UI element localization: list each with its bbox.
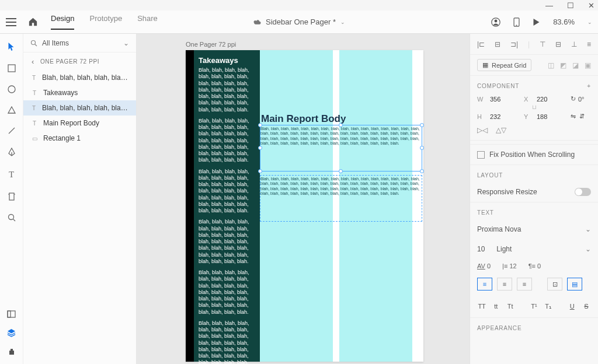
artboard-tool[interactable] (8, 192, 16, 201)
lock-aspect-icon[interactable]: ⊔ (470, 104, 598, 110)
layers-filter[interactable]: All Items ⌄ (23, 34, 136, 52)
document-title[interactable]: Sidebar One Pager * ⌄ (253, 18, 345, 26)
layer-item[interactable]: TMain Report Body (23, 116, 136, 131)
device-preview-icon[interactable] (513, 18, 520, 27)
resize-handle[interactable] (420, 146, 424, 150)
menu-icon[interactable] (6, 18, 16, 26)
zoom-level[interactable]: 83.6% (553, 18, 575, 26)
bool-exclude-icon[interactable]: ▣ (585, 61, 591, 69)
flip-vertical-icon[interactable]: △▽ (496, 126, 506, 134)
sidebar-paragraph[interactable]: Blah, blah, blah, blah, blah, blah, blah… (199, 169, 255, 215)
sidebar-paragraph[interactable]: Blah, blah, blah, blah, blah, blah, blah… (199, 320, 255, 364)
bool-subtract-icon[interactable]: ◩ (560, 61, 566, 69)
lowercase-button[interactable]: tt (491, 300, 500, 313)
add-component-icon[interactable]: + (587, 83, 591, 89)
text-align-center[interactable]: ≡ (497, 278, 512, 290)
align-right-icon[interactable]: ⊐| (510, 40, 518, 48)
line-height-input[interactable]: 12 (509, 262, 516, 270)
rectangle-tool[interactable] (8, 64, 16, 72)
titlecase-button[interactable]: Tt (505, 300, 514, 313)
height-input[interactable]: 232 (490, 113, 519, 120)
align-middle-icon[interactable]: ⊟ (555, 40, 561, 48)
sidebar-paragraph[interactable]: Blah, blah, blah, blah, blah, blah, blah… (199, 270, 255, 316)
tab-prototype[interactable]: Prototype (89, 14, 122, 30)
flip-h-icon[interactable]: ⇋ (571, 113, 576, 120)
sidebar-paragraph[interactable]: Blah, blah, blah, blah, blah, blah, blah… (199, 219, 255, 265)
pen-tool[interactable] (8, 148, 16, 157)
uppercase-button[interactable]: TT (477, 300, 486, 313)
tab-share[interactable]: Share (137, 14, 158, 30)
layers-icon[interactable] (7, 328, 16, 337)
layer-item[interactable]: TBlah, blah, blah, blah, blah, blah,… (23, 100, 136, 116)
selection-box[interactable]: Blah, blah, blah, blah, blah, blah, blah… (260, 125, 422, 172)
home-icon[interactable] (28, 18, 38, 26)
resize-handle[interactable] (258, 123, 262, 127)
font-family-select[interactable]: Proxima Nova⌄ (470, 219, 598, 239)
x-input[interactable]: 220 (537, 96, 566, 103)
align-top-icon[interactable]: ⊤ (540, 40, 545, 48)
layer-item[interactable]: TBlah, blah, blah, blah, blah, blah,… (23, 70, 136, 85)
takeaways-heading[interactable]: Takeaways (199, 56, 255, 65)
font-size-input[interactable]: 10 (477, 245, 485, 253)
responsive-toggle[interactable] (575, 188, 591, 196)
sidebar-paragraph[interactable]: Blah, blah, blah, blah, blah, blah, blah… (199, 67, 255, 113)
align-center-h-icon[interactable]: ⊟ (495, 40, 500, 48)
checkbox-icon[interactable] (477, 151, 485, 159)
distribute-icon[interactable]: ≡ (587, 40, 591, 48)
fix-position-row[interactable]: Fix Position When Scrolling (470, 145, 598, 165)
resize-handle[interactable] (420, 123, 424, 127)
layer-item[interactable]: TTakeaways (23, 85, 136, 100)
align-left-icon[interactable]: |⊏ (477, 40, 485, 48)
zoom-tool[interactable] (8, 214, 16, 222)
text-block[interactable]: Blah, blah, blah, blah, blah, blah, blah… (260, 176, 422, 197)
text-align-right[interactable]: ≡ (517, 278, 532, 290)
account-icon[interactable] (491, 18, 500, 27)
underline-button[interactable]: U (568, 300, 577, 313)
para-spacing-input[interactable]: 0 (537, 262, 541, 270)
text-tool[interactable]: T (9, 170, 14, 180)
repeat-grid-button[interactable]: ▦ Repeat Grid (477, 59, 531, 71)
rotation-input[interactable]: 0° (578, 96, 585, 103)
window-close[interactable]: ✕ (588, 1, 594, 10)
width-input[interactable]: 356 (490, 96, 519, 103)
window-maximize[interactable]: ☐ (567, 1, 574, 10)
canvas[interactable]: One Pager 72 ppi Takeaways Blah, blah, b… (137, 34, 470, 364)
layer-item[interactable]: ▭Rectangle 1 (23, 131, 136, 146)
flip-horizontal-icon[interactable]: ▷◁ (477, 126, 488, 134)
artboard-label[interactable]: One Pager 72 ppi (186, 41, 236, 48)
window-minimize[interactable]: — (545, 1, 553, 10)
text-point-mode[interactable]: ⊡ (547, 278, 562, 290)
selected-text-block[interactable]: Blah, blah, blah, blah, blah, blah, blah… (260, 125, 422, 146)
resize-handle[interactable] (420, 169, 424, 173)
tab-design[interactable]: Design (51, 14, 74, 30)
chevron-down-icon[interactable]: ⌄ (587, 19, 592, 25)
flip-v-icon[interactable]: ⇵ (579, 113, 585, 120)
ellipse-tool[interactable] (8, 85, 16, 93)
y-input[interactable]: 188 (537, 113, 566, 120)
strikethrough-button[interactable]: S (582, 300, 591, 313)
resize-handle[interactable] (258, 169, 262, 173)
select-tool[interactable] (8, 42, 15, 51)
assets-icon[interactable] (7, 310, 16, 318)
resize-handle[interactable] (339, 169, 343, 173)
bool-intersect-icon[interactable]: ◪ (572, 61, 579, 69)
sidebar-paragraph[interactable]: Blah, blah, blah, blah, blah, blah, blah… (199, 118, 255, 164)
text-area-mode[interactable]: ▤ (567, 278, 582, 290)
text-align-left[interactable]: ≡ (477, 278, 492, 290)
rotate-icon[interactable]: ↻ (571, 95, 576, 103)
align-bottom-icon[interactable]: ⊥ (571, 40, 577, 48)
superscript-button[interactable]: T¹ (529, 300, 538, 313)
polygon-tool[interactable] (8, 106, 16, 114)
resize-handle[interactable] (258, 146, 262, 150)
font-weight-select[interactable]: Light (496, 245, 585, 253)
selection-box-secondary[interactable]: Blah, blah, blah, blah, blah, blah, blah… (260, 175, 422, 222)
line-tool[interactable] (8, 127, 16, 135)
plugins-icon[interactable] (8, 348, 16, 356)
bool-union-icon[interactable]: ◫ (548, 61, 554, 69)
subscript-button[interactable]: T₁ (544, 300, 553, 313)
artboard[interactable]: Takeaways Blah, blah, blah, blah, blah, … (186, 50, 423, 362)
play-icon[interactable] (533, 18, 540, 26)
resize-handle[interactable] (339, 123, 343, 127)
char-spacing-input[interactable]: 0 (487, 262, 491, 270)
layers-breadcrumb[interactable]: ‹ ONE PAGER 72 PPI (23, 52, 136, 70)
